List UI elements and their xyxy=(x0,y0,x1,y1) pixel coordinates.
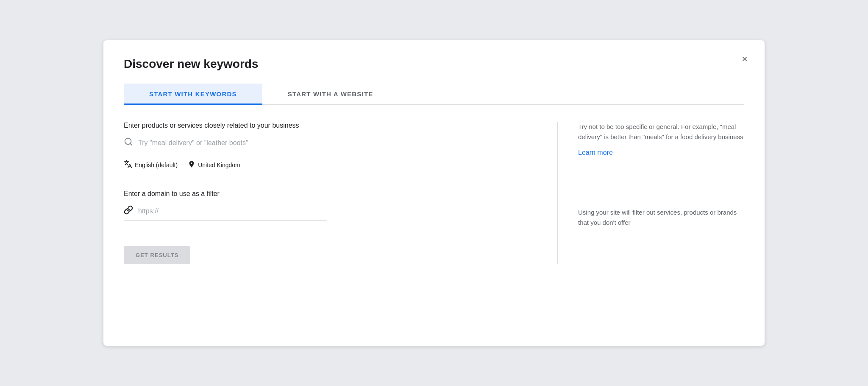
domain-section-label: Enter a domain to use as a filter xyxy=(124,190,537,198)
keywords-search-input[interactable] xyxy=(138,139,537,147)
language-item: English (default) xyxy=(124,160,178,170)
domain-section: Enter a domain to use as a filter xyxy=(124,190,537,221)
domain-input[interactable] xyxy=(138,207,327,215)
dialog-title: Discover new keywords xyxy=(124,57,744,71)
search-icon xyxy=(124,137,133,148)
svg-line-1 xyxy=(130,143,132,145)
keywords-hint-section: Try not to be too specific or general. F… xyxy=(578,122,744,157)
tab-keywords[interactable]: START WITH KEYWORDS xyxy=(124,84,262,104)
keywords-hint-text: Try not to be too specific or general. F… xyxy=(578,122,744,142)
footer: GET RESULTS xyxy=(124,246,537,264)
domain-hint-section: Using your site will filter out services… xyxy=(578,207,744,228)
translate-icon xyxy=(124,160,132,170)
location-icon xyxy=(188,160,195,169)
tabs-container: START WITH KEYWORDS START WITH A WEBSITE xyxy=(124,84,744,105)
get-results-button[interactable]: GET RESULTS xyxy=(124,246,190,264)
search-input-wrapper xyxy=(124,137,537,152)
right-panel: Try not to be too specific or general. F… xyxy=(558,122,744,264)
link-icon xyxy=(124,205,133,217)
learn-more-link[interactable]: Learn more xyxy=(578,149,613,156)
discover-keywords-dialog: × Discover new keywords START WITH KEYWO… xyxy=(103,40,765,346)
domain-input-wrapper xyxy=(124,205,327,221)
left-panel: Enter products or services closely relat… xyxy=(124,122,558,264)
meta-row: English (default) United Kingdom xyxy=(124,160,537,170)
location-label: United Kingdom xyxy=(198,162,240,168)
location-item: United Kingdom xyxy=(188,160,240,169)
domain-hint-text: Using your site will filter out services… xyxy=(578,207,744,228)
language-label: English (default) xyxy=(135,162,178,168)
keywords-section: Enter products or services closely relat… xyxy=(124,122,537,170)
content-area: Enter products or services closely relat… xyxy=(124,122,744,264)
tab-website[interactable]: START WITH A WEBSITE xyxy=(262,84,399,104)
close-button[interactable]: × xyxy=(740,52,749,66)
keywords-section-label: Enter products or services closely relat… xyxy=(124,122,537,129)
